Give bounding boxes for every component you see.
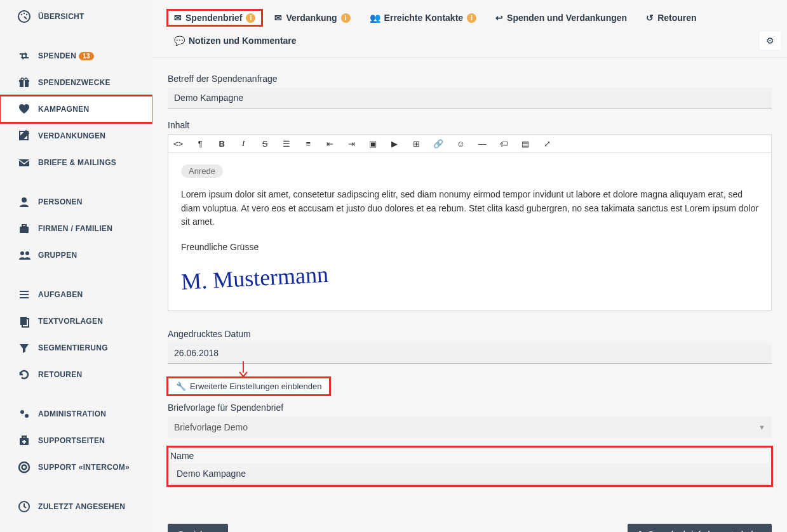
save-button[interactable]: Speichern	[168, 524, 228, 532]
sidebar-item-label: TEXTVORLAGEN	[38, 317, 103, 326]
sidebar-item-personen[interactable]: PERSONEN	[0, 189, 152, 215]
tab-label: Spendenbrief	[185, 13, 242, 23]
template-value: Briefvorlage Demo	[174, 422, 248, 432]
template-select[interactable]: Briefvorlage Demo ▼	[168, 416, 772, 438]
bold-icon[interactable]: B	[217, 139, 226, 149]
svg-rect-6	[24, 80, 25, 87]
ul-icon[interactable]: ☰	[282, 139, 291, 149]
video-icon[interactable]: ▶	[390, 139, 399, 149]
tab-spendenbrief[interactable]: ✉ Spendenbrief i	[168, 10, 262, 25]
sidebar-item-support-intercom[interactable]: SUPPORT «INTERCOM»	[0, 454, 152, 481]
gift-icon	[18, 76, 38, 89]
svg-rect-12	[20, 227, 29, 233]
svg-rect-16	[20, 291, 29, 292]
list-icon	[18, 288, 38, 301]
name-field-box: Name	[168, 447, 772, 486]
envelope-icon	[18, 156, 38, 169]
heart-icon	[18, 103, 38, 116]
image-icon[interactable]: ▣	[368, 139, 377, 149]
sidebar-item-briefe[interactable]: BRIEFE & MAILINGS	[0, 149, 152, 176]
name-input[interactable]	[170, 463, 769, 484]
name-label: Name	[170, 451, 769, 461]
table-icon[interactable]: ⊞	[412, 139, 420, 149]
sidebar-item-uebersicht[interactable]: ÜBERSICHT	[0, 3, 152, 30]
dashboard-icon	[18, 10, 38, 23]
emoji-icon[interactable]: ☺	[456, 139, 465, 149]
tab-notizen[interactable]: 💬 Notizen und Kommentare	[168, 33, 303, 48]
reply-envelope-icon: ↩	[495, 13, 503, 23]
sidebar: ÜBERSICHT SPENDEN 13 SPENDENZWECKE KAMPA…	[0, 0, 152, 532]
svg-rect-10	[19, 159, 29, 166]
envelope-icon: ✉	[174, 13, 182, 23]
heart-envelope-icon: ✉	[274, 13, 282, 23]
undo-icon	[18, 368, 38, 381]
wrench-icon: 🔧	[176, 382, 186, 391]
sidebar-item-label: PERSONEN	[38, 197, 83, 206]
tab-bar: ✉ Spendenbrief i ✉ Verdankung i 👥 Erreic…	[152, 0, 787, 58]
tab-erreichte-kontakte[interactable]: 👥 Erreichte Kontakte i	[363, 10, 483, 25]
tag-icon[interactable]: 🏷	[499, 139, 508, 149]
svg-point-7	[21, 78, 24, 81]
hr-icon[interactable]: —	[478, 139, 487, 149]
users-icon	[18, 249, 38, 262]
sidebar-item-label: FIRMEN / FAMILIEN	[38, 224, 112, 233]
sidebar-item-retouren[interactable]: RETOUREN	[0, 361, 152, 388]
link-icon[interactable]: 🔗	[433, 139, 443, 149]
retweet-icon	[18, 50, 38, 62]
sidebar-item-spendenzwecke[interactable]: SPENDENZWECKE	[0, 69, 152, 96]
svg-point-2	[26, 14, 27, 15]
editor-content[interactable]: Anrede Lorem ipsum dolor sit amet, conse…	[168, 153, 771, 310]
template-label: Briefvorlage für Spendenbrief	[168, 402, 772, 413]
svg-rect-19	[20, 317, 27, 325]
sidebar-item-administration[interactable]: ADMINISTRATION	[0, 401, 152, 427]
sidebar-item-label: ZULETZT ANGESEHEN	[38, 502, 125, 511]
sidebar-item-firmen[interactable]: FIRMEN / FAMILIEN	[0, 215, 152, 242]
indent-icon[interactable]: ⇥	[347, 139, 356, 149]
sidebar-item-segmentierung[interactable]: SEGMENTIERUNG	[0, 335, 152, 361]
download-button[interactable]: ⬇ Spendenbriefe herunterladen	[628, 524, 772, 532]
outdent-icon[interactable]: ⇤	[325, 139, 334, 149]
sidebar-item-gruppen[interactable]: GRUPPEN	[0, 242, 152, 269]
sidebar-item-label: VERDANKUNGEN	[38, 131, 105, 140]
svg-point-21	[20, 410, 24, 414]
settings-tab[interactable]: ⚙	[760, 32, 781, 50]
sidebar-item-verdankungen[interactable]: VERDANKUNGEN	[0, 123, 152, 149]
strike-icon[interactable]: S	[260, 139, 269, 149]
sidebar-item-aufgaben[interactable]: AUFGABEN	[0, 281, 152, 308]
clock-icon	[18, 500, 38, 513]
ol-icon[interactable]: ≡	[304, 139, 313, 149]
advanced-label: Erweiterte Einstellungen einblenden	[190, 382, 321, 391]
sidebar-item-supportseiten[interactable]: SUPPORTSEITEN	[0, 427, 152, 454]
comment-icon: 💬	[174, 36, 185, 46]
badge-count: 13	[79, 52, 94, 60]
life-ring-icon	[18, 461, 38, 474]
tab-spenden-verdankungen[interactable]: ↩ Spenden und Verdankungen	[489, 10, 633, 25]
sidebar-item-label: ÜBERSICHT	[38, 12, 84, 21]
sidebar-item-zuletzt[interactable]: ZULETZT ANGESEHEN	[0, 493, 152, 520]
subject-input[interactable]	[168, 88, 772, 109]
rich-text-editor: <> ¶ B I S ☰ ≡ ⇤ ⇥ ▣ ▶ ⊞ 🔗 ☺ — 🏷 ▤	[168, 134, 772, 311]
tab-retouren[interactable]: ↺ Retouren	[640, 10, 703, 25]
svg-rect-26	[22, 441, 26, 442]
italic-icon[interactable]: I	[239, 138, 248, 149]
main-content: ✉ Spendenbrief i ✉ Verdankung i 👥 Erreic…	[152, 0, 787, 532]
tab-verdankung[interactable]: ✉ Verdankung i	[268, 10, 356, 25]
annotation-arrow-icon	[238, 361, 772, 378]
svg-rect-13	[22, 225, 26, 227]
advanced-settings-button[interactable]: 🔧 Erweiterte Einstellungen einblenden	[168, 378, 330, 395]
code-view-icon[interactable]: <>	[173, 139, 183, 149]
undo-icon: ↺	[646, 13, 654, 23]
sidebar-item-textvorlagen[interactable]: TEXTVORLAGEN	[0, 308, 152, 335]
sidebar-item-kampagnen[interactable]: KAMPAGNEN	[0, 96, 152, 123]
block-icon[interactable]: ▤	[521, 139, 530, 149]
svg-rect-24	[22, 436, 26, 438]
editor-toolbar: <> ¶ B I S ☰ ≡ ⇤ ⇥ ▣ ▶ ⊞ 🔗 ☺ — 🏷 ▤	[168, 135, 771, 153]
fullscreen-icon[interactable]: ⤢	[542, 139, 551, 149]
body-paragraph: Lorem ipsum dolor sit amet, consetetur s…	[181, 188, 758, 229]
sidebar-item-label: RETOUREN	[38, 370, 83, 379]
pilcrow-icon[interactable]: ¶	[196, 139, 205, 149]
briefcase-icon	[18, 222, 38, 235]
sidebar-item-spenden[interactable]: SPENDEN 13	[0, 43, 152, 69]
signature-image: M. Mustermann	[180, 261, 329, 295]
gear-icon: ⚙	[766, 36, 774, 46]
